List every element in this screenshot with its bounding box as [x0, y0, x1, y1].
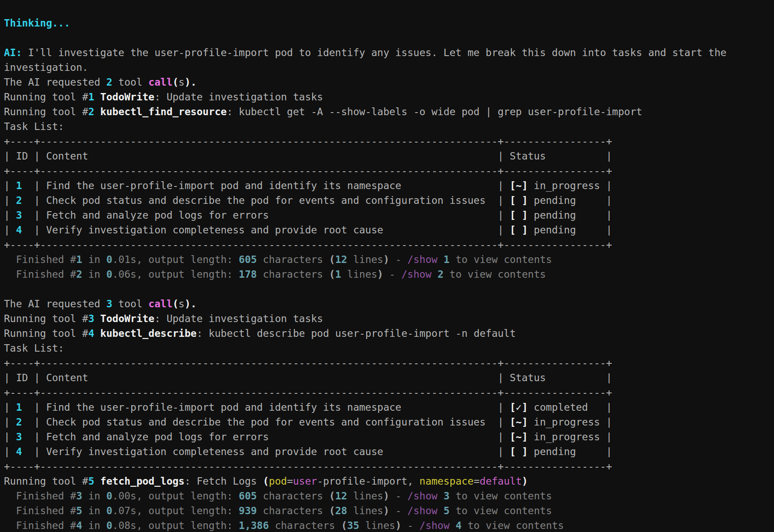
text-segment: 1,386 [239, 520, 269, 531]
text-segment: in_progress | [528, 431, 612, 442]
text-segment: 3 [16, 209, 22, 221]
text-segment: | Check pod status and describe the pod … [22, 416, 510, 428]
text-segment: 1 [76, 254, 82, 265]
text-segment: The AI requested [4, 76, 106, 88]
text-segment: Task List: [4, 342, 64, 354]
text-segment: in_progress | [528, 180, 612, 191]
text-segment: /show [407, 490, 437, 502]
text-segment: 605 [239, 254, 257, 265]
text-segment: to view contents [450, 490, 552, 502]
text-segment: : Update investigation tasks [154, 91, 323, 103]
text-segment: Running tool # [4, 91, 88, 103]
terminal-line: The AI requested 3 tool call(s). [4, 296, 774, 311]
text-segment: [ ] [510, 195, 528, 206]
text-segment: ). [184, 298, 197, 309]
text-segment: | [4, 209, 16, 221]
text-segment: 3 [106, 298, 112, 309]
text-segment: Finished # [4, 490, 76, 502]
text-segment: AI: [4, 47, 22, 58]
text-segment: characters [257, 269, 329, 280]
text-segment: 2 [437, 269, 444, 280]
text-segment: ). [184, 76, 197, 88]
terminal-line: Thinking... [4, 16, 774, 30]
text-segment: 0 [106, 254, 112, 265]
terminal-line: +----+----------------------------------… [4, 459, 774, 474]
text-segment: in [82, 269, 106, 280]
text-segment: - [389, 505, 407, 516]
text-segment: 2 [16, 416, 22, 428]
text-segment: lines [347, 505, 383, 516]
text-segment [437, 505, 444, 516]
text-segment: TodoWrite [100, 313, 155, 324]
text-segment: | Check pod status and describe the pod … [22, 195, 510, 206]
text-segment [94, 106, 100, 117]
text-segment: pending | [528, 209, 612, 221]
text-segment: The AI requested [4, 298, 106, 309]
text-segment: 0 [106, 269, 112, 280]
text-segment [437, 490, 444, 502]
terminal-line: | 2 | Check pod status and describe the … [4, 193, 774, 208]
text-segment: call [148, 298, 172, 309]
text-segment: +----+----------------------------------… [4, 165, 612, 176]
text-segment: [~] [510, 180, 528, 191]
text-segment: - [383, 269, 401, 280]
text-segment: /show [407, 254, 437, 265]
text-segment: in [82, 505, 106, 516]
terminal-output[interactable]: Thinking...AI: I'll investigate the user… [0, 0, 774, 532]
text-segment: ( [329, 269, 335, 280]
text-segment: ) [377, 269, 384, 280]
text-segment: | [4, 224, 16, 236]
text-segment: | Find the user-profile-import pod and i… [22, 402, 510, 413]
text-segment: 28 [335, 505, 347, 516]
text-segment: s [179, 298, 185, 309]
terminal-line: Finished #1 in 0.01s, output length: 605… [4, 252, 774, 267]
terminal-line: Running tool #3 TodoWrite: Update invest… [4, 311, 774, 326]
text-segment: ) [383, 490, 389, 502]
text-segment: pod [269, 475, 287, 487]
text-segment: Running tool # [4, 328, 88, 339]
text-segment: pending | [528, 224, 612, 236]
terminal-line: | 3 | Fetch and analyze pod logs for err… [4, 429, 774, 444]
text-segment: | Fetch and analyze pod logs for errors … [22, 431, 510, 442]
text-segment: | Fetch and analyze pod logs for errors … [22, 209, 510, 221]
text-segment: namespace [420, 475, 474, 487]
text-segment: [✓] [510, 402, 528, 413]
text-segment: s [179, 76, 185, 88]
text-segment: 939 [239, 505, 257, 516]
text-segment: Finished # [4, 505, 76, 516]
text-segment: I'll investigate the user-profile-import… [22, 47, 727, 58]
text-segment: investigation. [4, 62, 88, 73]
text-segment: characters [257, 505, 329, 516]
text-segment: ( [173, 298, 179, 309]
terminal-line: +----+----------------------------------… [4, 163, 774, 178]
text-segment: 3 [76, 490, 82, 502]
text-segment: | [4, 195, 16, 206]
text-segment [437, 254, 444, 265]
text-segment: 1 [16, 180, 22, 191]
text-segment: to view contents [444, 269, 546, 280]
text-segment: | ID | Content | Status | [4, 150, 612, 162]
text-segment: ( [173, 76, 179, 88]
text-segment: +----+----------------------------------… [4, 387, 612, 398]
text-segment: | Find the user-profile-import pod and i… [22, 180, 510, 191]
text-segment: = [474, 475, 480, 487]
text-segment: | [4, 446, 16, 457]
terminal-line: | 4 | Verify investigation completeness … [4, 223, 774, 237]
text-segment: lines [347, 490, 383, 502]
text-segment: pending | [528, 446, 612, 457]
text-segment: 3 [16, 431, 22, 442]
terminal-line: | 1 | Find the user-profile-import pod a… [4, 178, 774, 193]
text-segment: : Update investigation tasks [154, 313, 323, 324]
text-segment: pending | [528, 195, 612, 206]
text-segment: tool [112, 76, 148, 88]
text-segment: 0 [106, 520, 112, 531]
text-segment: ( [341, 520, 347, 531]
text-segment: 1 [88, 91, 94, 103]
text-segment: | [4, 180, 16, 191]
terminal-line: Finished #4 in 0.08s, output length: 1,3… [4, 518, 774, 532]
text-segment: - [389, 490, 407, 502]
text-segment: 4 [76, 520, 82, 531]
terminal-line: +----+----------------------------------… [4, 237, 774, 252]
text-segment: to view contents [450, 254, 552, 265]
terminal-line: | ID | Content | Status | [4, 149, 774, 163]
